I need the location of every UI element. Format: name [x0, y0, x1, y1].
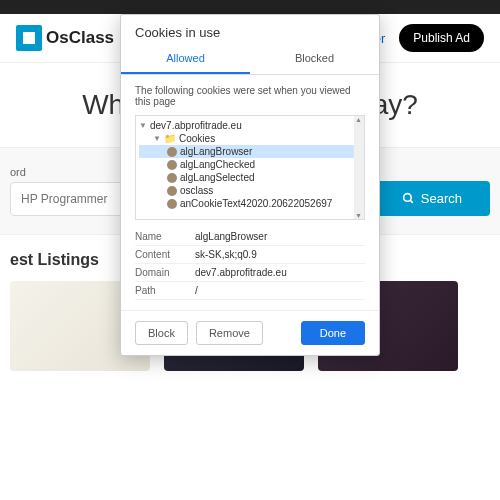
- logo-text: OsClass: [46, 28, 114, 48]
- tab-blocked[interactable]: Blocked: [250, 44, 379, 74]
- cookie-icon: [167, 147, 177, 157]
- cookies-modal: Cookies in use Allowed Blocked The follo…: [120, 14, 380, 356]
- modal-footer: Block Remove Done: [121, 310, 379, 355]
- browser-chrome: [0, 0, 500, 14]
- block-button[interactable]: Block: [135, 321, 188, 345]
- cookie-icon: [167, 199, 177, 209]
- cookie-details: NamealgLangBrowser Contentsk-SK,sk;q0.9 …: [135, 228, 365, 300]
- cookie-icon: [167, 173, 177, 183]
- folder-icon: 📁: [164, 133, 176, 144]
- done-button[interactable]: Done: [301, 321, 365, 345]
- cookie-item[interactable]: anCookieText42020.20622052697: [180, 198, 332, 209]
- modal-tabs: Allowed Blocked: [121, 44, 379, 75]
- cookie-icon: [167, 160, 177, 170]
- search-icon: [402, 192, 415, 205]
- modal-desc: The following cookies were set when you …: [135, 85, 365, 107]
- modal-title: Cookies in use: [121, 15, 379, 44]
- tree-scrollbar[interactable]: [354, 116, 364, 219]
- logo[interactable]: OsClass: [16, 25, 114, 51]
- cookie-item[interactable]: osclass: [180, 185, 213, 196]
- tab-allowed[interactable]: Allowed: [121, 44, 250, 74]
- remove-button[interactable]: Remove: [196, 321, 263, 345]
- logo-icon: [16, 25, 42, 51]
- svg-line-1: [410, 200, 413, 203]
- publish-button[interactable]: Publish Ad: [399, 24, 484, 52]
- search-button[interactable]: Search: [374, 181, 490, 216]
- cookie-icon: [167, 186, 177, 196]
- cookie-tree[interactable]: ▼dev7.abprofitrade.eu ▼📁Cookies algLangB…: [135, 115, 365, 220]
- cookie-item[interactable]: algLangBrowser: [180, 146, 252, 157]
- svg-point-0: [403, 194, 411, 202]
- tree-domain[interactable]: dev7.abprofitrade.eu: [150, 120, 242, 131]
- cookie-item[interactable]: algLangChecked: [180, 159, 255, 170]
- cookie-item[interactable]: algLangSelected: [180, 172, 255, 183]
